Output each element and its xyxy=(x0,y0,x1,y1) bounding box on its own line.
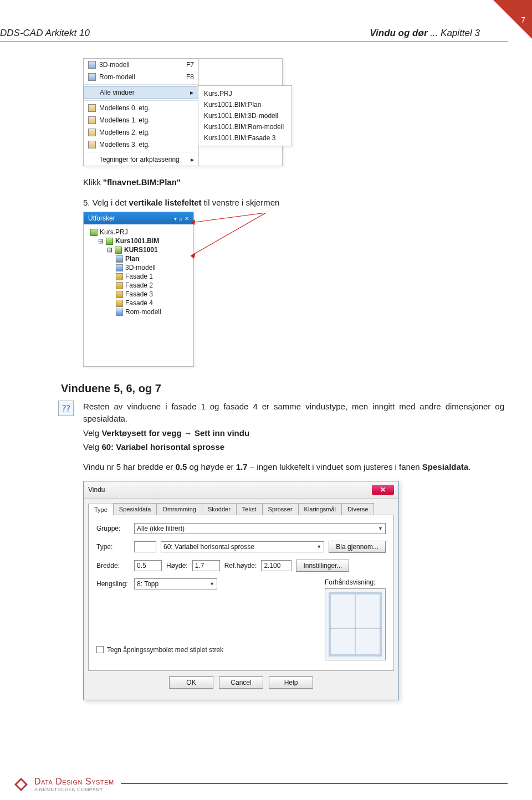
checkbox-label: Tegn åpningssymbolet med stiplet strek xyxy=(107,646,223,654)
input-hoyde[interactable]: 1.7 xyxy=(192,560,220,571)
tab-tekst[interactable]: Tekst xyxy=(236,503,263,515)
brand-logo-icon xyxy=(14,778,28,791)
page-number: 7 xyxy=(521,16,525,24)
menu-item-etg0[interactable]: Modellens 0. etg. xyxy=(84,102,198,114)
header-right: Vindu og dør ... Kapittel 3 xyxy=(370,28,480,39)
tree-row[interactable]: Fasade 1 xyxy=(86,272,191,281)
tab-strip: Type Spesialdata Omramming Skodder Tekst… xyxy=(88,503,394,515)
select-gruppe[interactable]: Alle (ikke filtrert)▼ xyxy=(134,523,386,534)
menu-label: 3D-modell xyxy=(99,61,130,69)
input-type-code[interactable] xyxy=(134,541,156,552)
close-icon[interactable]: ✕ xyxy=(185,216,189,222)
label-type: Type: xyxy=(96,543,130,551)
project-icon xyxy=(90,229,98,236)
tree-row[interactable]: Fasade 3 xyxy=(86,290,191,299)
select-hengsling[interactable]: 8: Topp▼ xyxy=(134,578,217,589)
instruction-step5: 5. Velg i det vertikale listefeltet til … xyxy=(83,198,504,207)
flyout-item[interactable]: Kurs1001.BIM:Fasade 3 xyxy=(198,132,291,143)
tab-skodder[interactable]: Skodder xyxy=(202,503,237,515)
label-refhoyde: Ref.høyde: xyxy=(224,562,257,570)
paragraph: Velg Verktøysett for vegg → Sett inn vin… xyxy=(83,427,504,439)
menu-item-etg2[interactable]: Modellens 2. etg. xyxy=(84,126,198,139)
paragraph: Vindu nr 5 har bredde er 0.5 og høyde er… xyxy=(83,461,504,473)
floor-icon xyxy=(88,141,96,148)
tree-row[interactable]: ⊟Kurs1001.BIM xyxy=(86,237,191,245)
cancel-button[interactable]: Cancel xyxy=(219,676,263,689)
checkbox-row[interactable]: Tegn åpningssymbolet med stiplet strek xyxy=(96,646,314,654)
brand-subtitle: A NEMETSCHEK COMPANY xyxy=(34,787,114,792)
input-bredde[interactable]: 0.5 xyxy=(134,560,162,571)
tab-omramming[interactable]: Omramming xyxy=(156,503,202,515)
tree-row[interactable]: Fasade 2 xyxy=(86,281,191,290)
menu-label: Modellens 1. etg. xyxy=(99,116,150,124)
flyout-item[interactable]: Kurs1001.BIM:3D-modell xyxy=(198,110,291,121)
fasade-icon xyxy=(116,291,123,298)
checkbox[interactable] xyxy=(96,646,104,653)
instruction-click: Klikk "flnavnet.BIM:Plan" xyxy=(83,177,504,187)
floor-icon xyxy=(88,116,96,124)
plan-icon xyxy=(116,255,123,263)
tab-sprosser[interactable]: Sprosser xyxy=(262,503,299,515)
expander-icon[interactable]: ⊟ xyxy=(107,246,112,254)
menu-label: Modellens 2. etg. xyxy=(99,129,150,136)
menu-item-etg3[interactable]: Modellens 3. etg. xyxy=(84,139,198,151)
hint-icon: ⁇ xyxy=(58,401,74,416)
menu-item-rom[interactable]: Rom-modell F8 xyxy=(84,71,198,83)
tab-diverse[interactable]: Diverse xyxy=(341,503,374,515)
chevron-down-icon: ▼ xyxy=(316,544,321,550)
context-menu: 3D-modell F7 Rom-modell F8 Alle vinduer … xyxy=(83,58,283,166)
menu-item-tegninger[interactable]: Tegninger for arkplassering ▸ xyxy=(84,153,198,166)
settings-button[interactable]: Innstillinger... xyxy=(296,560,349,572)
context-menu-flyout: Kurs.PRJ Kurs1001.BIM:Plan Kurs1001.BIM:… xyxy=(198,85,292,146)
flyout-item[interactable]: Kurs1001.BIM:Plan xyxy=(198,99,291,110)
menu-label: Rom-modell xyxy=(99,73,135,81)
tree-row[interactable]: Fasade 4 xyxy=(86,299,191,307)
window-preview xyxy=(325,588,386,660)
tree-row-plan[interactable]: Plan xyxy=(86,254,191,263)
menu-item-alle-vinduer[interactable]: Alle vinduer ▸ xyxy=(84,86,198,99)
pin-icon[interactable]: ▾ xyxy=(174,216,177,222)
tree-row[interactable]: Rom-modell xyxy=(86,307,191,316)
tab-klaringsmal[interactable]: Klaringsmål xyxy=(298,503,342,515)
menu-label: Alle vinduer xyxy=(100,89,135,96)
flyout-item[interactable]: Kurs1001.BIM:Rom-modell xyxy=(198,121,291,132)
flyout-item[interactable]: Kurs.PRJ xyxy=(198,88,291,99)
select-type[interactable]: 60: Variabel horisontal sprosse▼ xyxy=(161,541,324,552)
menu-item-etg1[interactable]: Modellens 1. etg. xyxy=(84,114,198,126)
label-hengsling: Hengsling: xyxy=(96,580,130,588)
floor-icon xyxy=(88,129,96,136)
cube-icon xyxy=(88,61,96,69)
rom-icon xyxy=(88,73,96,81)
chevron-down-icon: ▼ xyxy=(378,526,383,531)
menu-item-3d[interactable]: 3D-modell F7 xyxy=(84,59,198,71)
help-button[interactable]: Help xyxy=(269,676,313,689)
paragraph: Resten av vinduene i fasade 1 og fasade … xyxy=(83,401,504,425)
input-refhoyde[interactable]: 2.100 xyxy=(261,560,291,571)
pin-icon[interactable]: ⌂ xyxy=(179,216,182,222)
fasade-icon xyxy=(116,273,123,280)
tree-row[interactable]: 3D-modell xyxy=(86,263,191,272)
label-bredde: Bredde: xyxy=(96,562,130,570)
fasade-icon xyxy=(116,282,123,289)
tree-row[interactable]: Kurs.PRJ xyxy=(86,228,191,237)
window-dialog: Vindu ✕ Type Spesialdata Omramming Skodd… xyxy=(83,481,399,700)
footer-rule xyxy=(121,783,508,784)
close-button[interactable]: ✕ xyxy=(372,485,394,495)
floor-icon xyxy=(88,104,96,112)
tab-type[interactable]: Type xyxy=(88,504,114,515)
svg-line-2 xyxy=(191,213,266,256)
browse-button[interactable]: Bla gjennom... xyxy=(329,541,386,553)
chevron-down-icon: ▼ xyxy=(209,581,214,587)
label-hoyde: Høyde: xyxy=(166,562,188,570)
tree-row[interactable]: ⊟KURS1001 xyxy=(86,245,191,254)
menu-shortcut: F7 xyxy=(186,61,194,69)
rom-icon xyxy=(116,309,123,316)
svg-line-0 xyxy=(191,213,266,223)
tab-spesialdata[interactable]: Spesialdata xyxy=(113,503,157,515)
section-heading: Vinduene 5, 6, og 7 xyxy=(61,382,504,395)
menu-label: Modellens 0. etg. xyxy=(99,104,150,112)
menu-label: Modellens 3. etg. xyxy=(99,141,150,148)
submenu-arrow-icon: ▸ xyxy=(191,156,194,163)
ok-button[interactable]: OK xyxy=(169,676,213,689)
expander-icon[interactable]: ⊟ xyxy=(98,237,104,245)
